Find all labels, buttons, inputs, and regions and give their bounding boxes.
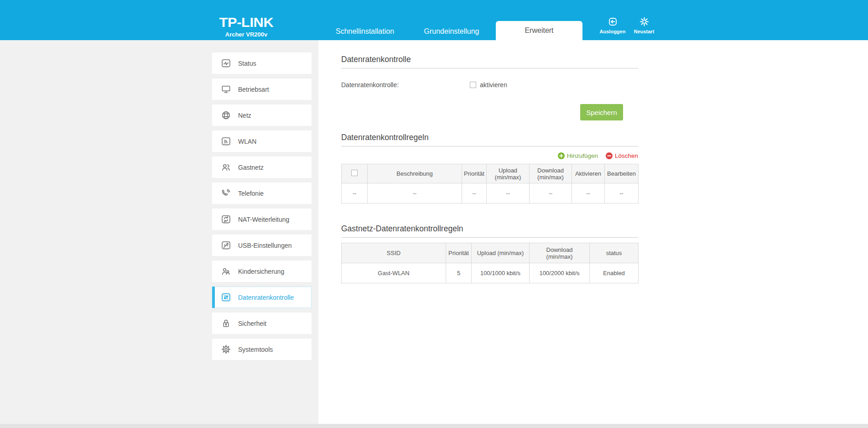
add-icon: [558, 152, 565, 159]
add-rule-button[interactable]: Hinzufügen: [558, 152, 598, 159]
sidebar-item-label: Systemtools: [238, 346, 273, 353]
sidebar-item-label: Betriebsart: [238, 86, 269, 93]
page: TP-LINK Archer VR200v Schnellinstallatio…: [0, 0, 868, 428]
sidebar-item-status[interactable]: Status: [212, 52, 312, 74]
sidebar-item-datenratenkontrolle[interactable]: Datenratenkontrolle: [212, 287, 312, 308]
column-header: Download (min/max): [530, 164, 572, 183]
brand-name: TP-LINK: [210, 15, 283, 29]
tab-schnellinstallation[interactable]: Schnellinstallation: [319, 23, 411, 40]
logout-label: Ausloggen: [600, 29, 626, 34]
usb-settings-icon: [221, 240, 231, 251]
rules-table-row: -- -- -- -- -- -- --: [342, 183, 639, 204]
sidebar-item-label: USB-Einstellungen: [238, 242, 292, 249]
sidebar-item-label: Sicherheit: [238, 320, 266, 327]
column-header: Beschreibung: [368, 164, 462, 183]
guest-table-row: Gast-WLAN 5 100/1000 kbit/s 100/2000 kbi…: [342, 263, 639, 283]
sidebar-item-wlan[interactable]: WLAN: [212, 130, 312, 152]
sidebar-item-telefonie[interactable]: Telefonie: [212, 183, 312, 204]
rate-control-row: Datenratenkontrolle: aktivieren: [341, 81, 638, 89]
sidebar-item-gastnetz[interactable]: Gastnetz: [212, 157, 312, 178]
network-icon: [221, 110, 231, 120]
column-header: status: [590, 243, 639, 263]
brand-logo: TP-LINK Archer VR200v: [210, 15, 283, 38]
save-button[interactable]: Speichern: [580, 104, 623, 120]
security-icon: [221, 318, 231, 329]
sidebar-item-systemtools[interactable]: Systemtools: [212, 339, 312, 360]
sidebar-item-sicherheit[interactable]: Sicherheit: [212, 313, 312, 334]
column-header: Priorität: [462, 164, 487, 183]
table-cell: --: [572, 183, 605, 204]
guest-network-icon: [221, 162, 231, 172]
sidebar-item-kindersicherung[interactable]: Kindersicherung: [212, 261, 312, 282]
rules-table: Beschreibung Priorität Upload (min/max) …: [341, 164, 639, 204]
wlan-icon: [221, 136, 231, 146]
column-header: Priorität: [446, 243, 472, 263]
tab-grundeinstellung[interactable]: Grundeinstellung: [406, 23, 497, 40]
restart-label: Neustart: [634, 29, 655, 34]
section-title-datenratenkontrolle: Datenratenkontrolle: [341, 55, 638, 68]
table-cell: Enabled: [590, 263, 639, 283]
top-header: TP-LINK Archer VR200v Schnellinstallatio…: [0, 0, 868, 40]
enable-checkbox-group[interactable]: aktivieren: [470, 81, 507, 89]
sidebar-item-label: Gastnetz: [238, 164, 264, 171]
table-cell: Gast-WLAN: [342, 263, 446, 283]
sidebar-item-netz[interactable]: Netz: [212, 104, 312, 126]
delete-rule-button[interactable]: Löschen: [606, 152, 638, 159]
section-title-datenratenkontrollregeln: Datenratenkontrollregeln: [341, 133, 638, 146]
table-cell: --: [487, 183, 530, 204]
sidebar-item-label: WLAN: [238, 138, 256, 145]
logout-icon: [608, 16, 618, 27]
table-cell: 5: [446, 263, 472, 283]
telephony-icon: [221, 188, 231, 198]
select-all-checkbox[interactable]: [351, 170, 358, 176]
column-header: Upload (min/max): [487, 164, 530, 183]
column-header: SSID: [342, 243, 446, 263]
logout-button[interactable]: Ausloggen: [597, 16, 629, 34]
table-cell: --: [530, 183, 572, 204]
table-cell: --: [368, 183, 462, 204]
sidebar-item-label: NAT-Weiterleitung: [238, 216, 289, 223]
table-cell: --: [342, 183, 368, 204]
column-header: Download (min/max): [530, 243, 590, 263]
sidebar-menu: Status Betriebsart Netz: [212, 52, 312, 365]
brand-model: Archer VR200v: [210, 31, 283, 38]
select-all-cell: [342, 164, 368, 183]
column-header: Bearbeiten: [605, 164, 639, 183]
status-icon: [221, 58, 231, 68]
table-cell: 100/1000 kbit/s: [472, 263, 530, 283]
guest-table-header-row: SSID Priorität Upload (min/max) Download…: [342, 243, 639, 263]
rules-table-header-row: Beschreibung Priorität Upload (min/max) …: [342, 164, 639, 183]
enable-checkbox[interactable]: [470, 82, 476, 88]
restart-button[interactable]: Neustart: [628, 16, 660, 34]
delete-icon: [606, 152, 613, 159]
column-header: Aktivieren: [572, 164, 605, 183]
nat-forwarding-icon: [221, 214, 231, 224]
restart-icon: [639, 16, 650, 27]
sidebar-item-label: Datenratenkontrolle: [238, 294, 294, 301]
sidebar-item-label: Status: [238, 60, 256, 67]
sidebar-item-usb-einstellungen[interactable]: USB-Einstellungen: [212, 235, 312, 256]
delete-rule-label: Löschen: [615, 152, 638, 159]
sidebar: Status Betriebsart Netz: [0, 40, 318, 424]
bandwidth-control-icon: [221, 292, 231, 303]
sidebar-item-label: Telefonie: [238, 190, 264, 197]
table-cell: --: [605, 183, 639, 204]
guest-rules-table: SSID Priorität Upload (min/max) Download…: [341, 243, 639, 283]
rate-control-field-label: Datenratenkontrolle:: [341, 81, 470, 89]
table-cell: 100/2000 kbit/s: [530, 263, 590, 283]
sidebar-item-label: Netz: [238, 112, 251, 119]
section-title-gastnetz-regeln: Gastnetz-Datenratenkontrollregeln: [341, 224, 638, 238]
main-content: Datenratenkontrolle Datenratenkontrolle:…: [318, 40, 868, 424]
system-tools-icon: [221, 344, 231, 355]
add-rule-label: Hinzufügen: [567, 152, 598, 159]
parental-controls-icon: [221, 266, 231, 277]
rules-toolbar: Hinzufügen Löschen: [341, 152, 638, 159]
save-row: Speichern: [341, 104, 638, 120]
column-header: Upload (min/max): [472, 243, 530, 263]
sidebar-item-nat-weiterleitung[interactable]: NAT-Weiterleitung: [212, 209, 312, 230]
tab-erweitert[interactable]: Erweitert: [496, 21, 582, 40]
sidebar-item-betriebsart[interactable]: Betriebsart: [212, 78, 312, 100]
footer-bar: [0, 424, 868, 428]
operation-mode-icon: [221, 84, 231, 94]
sidebar-item-label: Kindersicherung: [238, 268, 284, 275]
